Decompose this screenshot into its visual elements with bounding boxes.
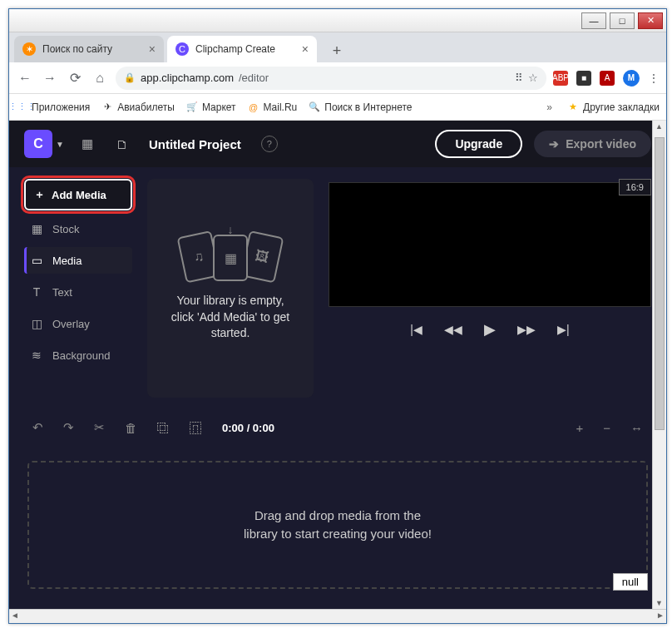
sidebar-item-text[interactable]: TText <box>24 279 132 305</box>
address-bar[interactable]: 🔒 app.clipchamp.com/editor ⠿ ☆ <box>116 67 546 90</box>
favicon-icon: ✶ <box>22 42 36 56</box>
bookmark-mailru[interactable]: @Mail.Ru <box>248 101 298 113</box>
browser-window: — □ ✕ ✶ Поиск по сайту × C Clipchamp Cre… <box>8 8 667 624</box>
undo-button[interactable]: ↶ <box>32 420 43 435</box>
library-empty-text: Your library is empty, click 'Add Media'… <box>171 293 289 342</box>
tab-search-site[interactable]: ✶ Поиск по сайту × <box>14 36 164 62</box>
background-icon: ≋ <box>29 349 44 362</box>
help-icon[interactable]: ? <box>261 136 278 152</box>
delete-button[interactable]: 🗑 <box>125 421 137 435</box>
bookmark-search[interactable]: 🔍Поиск в Интернете <box>309 101 412 113</box>
tab-strip: ✶ Поиск по сайту × C Clipchamp Create × … <box>9 32 666 62</box>
home-button[interactable]: ⌂ <box>91 71 109 86</box>
sidebar-item-media[interactable]: ▭Media <box>24 247 132 274</box>
stock-icon: ▦ <box>29 222 44 235</box>
clipchamp-app: C ▼ ▦ 🗋 Untitled Project ? Upgrade ➔ Exp… <box>9 121 666 609</box>
timecode: 0:00 / 0:00 <box>222 422 274 434</box>
upgrade-button[interactable]: Upgrade <box>435 130 522 158</box>
play-button[interactable]: ▶ <box>484 320 496 339</box>
favicon-icon: C <box>175 42 189 56</box>
add-media-button[interactable]: ＋ Add Media <box>24 179 132 210</box>
timeline-dropzone[interactable]: Drag and drop media from the library to … <box>27 461 648 589</box>
media-icon: ▭ <box>29 254 44 267</box>
add-media-label: Add Media <box>52 189 106 201</box>
null-tooltip: null <box>613 573 648 591</box>
empty-library-illustration: ♫ ↓▦ 🖼 <box>176 235 284 281</box>
zoom-in-button[interactable]: + <box>576 421 583 435</box>
skip-start-button[interactable]: |◀ <box>410 323 422 336</box>
chevron-down-icon: ▼ <box>56 140 64 149</box>
url-path: /editor <box>239 72 269 84</box>
abp-extension-icon[interactable]: ABP <box>553 71 568 86</box>
bookmarks-bar: ⋮⋮⋮Приложения ✈Авиабилеты 🛒Маркет @Mail.… <box>9 94 666 121</box>
videos-icon[interactable]: ▦ <box>76 132 99 156</box>
new-tab-button[interactable]: + <box>325 39 348 62</box>
bookmark-star-icon[interactable]: ☆ <box>528 72 538 84</box>
export-video-button[interactable]: ➔ Export video <box>534 131 651 157</box>
scrollbar-thumb[interactable] <box>655 137 665 430</box>
app-top-bar: C ▼ ▦ 🗋 Untitled Project ? Upgrade ➔ Exp… <box>9 121 666 167</box>
tab-title: Clipchamp Create <box>195 43 275 55</box>
timeline-area: Drag and drop media from the library to … <box>9 451 666 592</box>
file-icon[interactable]: 🗋 <box>111 132 134 156</box>
video-preview[interactable] <box>329 182 651 307</box>
sidebar-item-overlay[interactable]: ◫Overlay <box>24 310 132 337</box>
profile-avatar-icon[interactable]: M <box>623 70 640 87</box>
split-button[interactable]: ✂ <box>94 420 105 435</box>
app-logo-menu[interactable]: C ▼ <box>24 130 64 158</box>
browser-menu-icon[interactable]: ⋮ <box>648 72 660 85</box>
library-panel: ♫ ↓▦ 🖼 Your library is empty, click 'Add… <box>147 179 314 398</box>
app-logo-icon: C <box>24 130 52 158</box>
close-tab-icon[interactable]: × <box>149 42 156 56</box>
window-maximize-button[interactable]: □ <box>610 12 635 29</box>
horizontal-scrollbar[interactable] <box>9 609 666 623</box>
bookmark-flights[interactable]: ✈Авиабилеты <box>101 101 175 113</box>
preview-column: 16:9 |◀ ◀◀ ▶ ▶▶ ▶| <box>329 179 651 398</box>
url-domain: app.clipchamp.com <box>141 72 234 84</box>
video-card-icon: ↓▦ <box>213 235 248 281</box>
overlay-icon: ◫ <box>29 317 44 330</box>
duplicate-button[interactable]: ⿵ <box>190 421 202 435</box>
bookmarks-overflow-icon[interactable]: » <box>543 101 556 113</box>
project-title[interactable]: Untitled Project <box>149 137 241 151</box>
adobe-extension-icon[interactable]: A <box>600 71 615 86</box>
plus-icon: ＋ <box>34 187 45 202</box>
editor-main: ＋ Add Media ▦Stock ▭Media TText ◫Overlay… <box>9 167 666 404</box>
playback-controls: |◀ ◀◀ ▶ ▶▶ ▶| <box>329 315 651 339</box>
window-titlebar: — □ ✕ <box>9 9 666 32</box>
reload-button[interactable]: ⟳ <box>66 70 84 86</box>
back-button[interactable]: ← <box>16 71 34 86</box>
download-arrow-icon: ↓ <box>228 223 234 236</box>
extension-icon[interactable]: ■ <box>576 71 591 86</box>
tab-clipchamp[interactable]: C Clipchamp Create × <box>167 36 317 62</box>
sidebar-item-stock[interactable]: ▦Stock <box>24 215 132 242</box>
rewind-button[interactable]: ◀◀ <box>444 323 462 336</box>
vertical-scrollbar[interactable] <box>652 121 666 609</box>
window-close-button[interactable]: ✕ <box>638 12 663 29</box>
text-icon: T <box>29 285 44 299</box>
skip-end-button[interactable]: ▶| <box>557 323 570 336</box>
bookmark-apps[interactable]: ⋮⋮⋮Приложения <box>16 101 90 113</box>
window-minimize-button[interactable]: — <box>581 12 606 29</box>
bookmark-market[interactable]: 🛒Маркет <box>186 101 236 113</box>
sidebar-item-background[interactable]: ≋Background <box>24 342 132 368</box>
extension-icons: ABP ■ A M ⋮ <box>553 70 660 87</box>
translate-icon[interactable]: ⠿ <box>515 72 523 84</box>
export-arrow-icon: ➔ <box>549 137 559 151</box>
zoom-fit-button[interactable]: ↔ <box>630 421 643 435</box>
fast-forward-button[interactable]: ▶▶ <box>517 323 536 336</box>
sidebar: ＋ Add Media ▦Stock ▭Media TText ◫Overlay… <box>24 179 132 398</box>
forward-button[interactable]: → <box>41 71 59 86</box>
zoom-out-button[interactable]: − <box>603 421 610 435</box>
copy-button[interactable]: ⿻ <box>157 421 170 435</box>
timeline-toolbar: ↶ ↷ ✂ 🗑 ⿻ ⿵ 0:00 / 0:00 + − ↔ <box>9 404 666 451</box>
redo-button[interactable]: ↷ <box>63 420 74 435</box>
address-bar-row: ← → ⟳ ⌂ 🔒 app.clipchamp.com/editor ⠿ ☆ A… <box>9 62 666 94</box>
close-tab-icon[interactable]: × <box>302 42 309 56</box>
aspect-ratio-selector[interactable]: 16:9 <box>619 179 651 195</box>
lock-icon: 🔒 <box>124 72 136 83</box>
bookmark-other[interactable]: ★Другие закладки <box>567 101 660 113</box>
tab-title: Поиск по сайту <box>42 43 112 55</box>
